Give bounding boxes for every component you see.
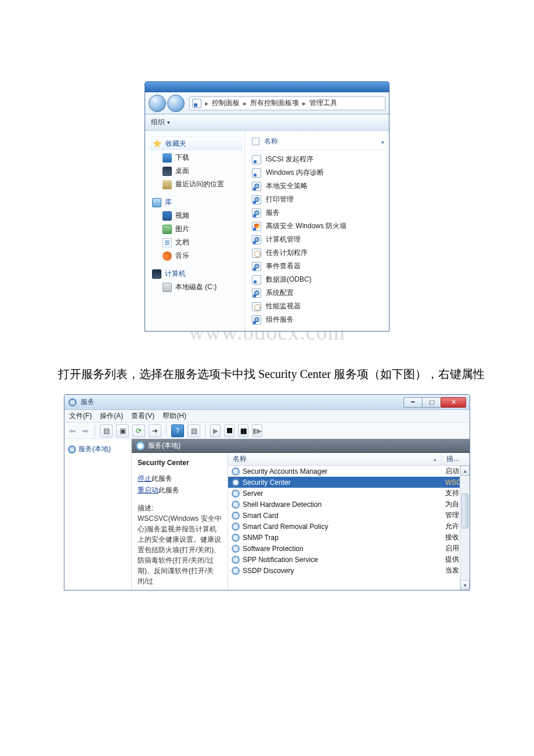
nav-item-recent[interactable]: 最近访问的位置	[150, 178, 242, 191]
window-titlebar[interactable]: 服务 ━ ▢ ✕	[64, 395, 470, 410]
table-row[interactable]: Smart Card Removal Policy允许...	[228, 521, 470, 532]
list-item[interactable]: 打印管理	[250, 193, 387, 206]
list-item[interactable]: 服务	[250, 206, 387, 219]
recent-icon	[163, 180, 172, 189]
organize-button[interactable]: 组织	[151, 117, 165, 127]
nav-forward-button[interactable]	[167, 95, 185, 112]
list-item[interactable]: 高级安全 Windows 防火墙	[250, 219, 387, 233]
table-row[interactable]: Smart Card管理...	[228, 510, 470, 521]
column-header-name[interactable]: 名称 ▴	[228, 453, 442, 465]
services-icon	[68, 398, 77, 407]
service-icon	[232, 545, 240, 553]
nav-item-downloads[interactable]: 下载	[150, 151, 242, 164]
sort-indicator-icon: ▴	[434, 456, 436, 462]
scroll-up-icon[interactable]: ▴	[460, 466, 470, 476]
column-header-description[interactable]: 描...	[442, 453, 470, 465]
table-row[interactable]: Security CenterWSC...	[228, 477, 470, 488]
start-icon[interactable]: ▶	[210, 424, 221, 437]
nav-item-videos[interactable]: 视频	[150, 209, 242, 222]
description-text: WSCSVC(Windows 安全中心)服务监视并报告计算机上的安全健康设置。健…	[138, 513, 222, 586]
column-header-name[interactable]: 名称 ▴	[250, 135, 387, 150]
nav-item-pictures[interactable]: 图片	[150, 222, 242, 236]
list-item-label: 系统配置	[266, 288, 294, 298]
properties-icon[interactable]: ▤	[187, 424, 200, 437]
breadcrumb-item[interactable]: 控制面板	[212, 98, 240, 108]
list-item[interactable]: 本地安全策略	[250, 179, 387, 193]
nav-label: 计算机	[165, 269, 186, 279]
tree-root-item[interactable]: 服务(本地)	[67, 442, 129, 456]
menu-file[interactable]: 文件(F)	[69, 411, 92, 421]
nav-libraries-header[interactable]: 库	[150, 196, 242, 209]
nav-item-label: 下载	[175, 153, 189, 163]
menu-help[interactable]: 帮助(H)	[163, 411, 186, 421]
table-row[interactable]: Server支持...	[228, 488, 470, 499]
action-suffix: 此服务	[151, 474, 172, 483]
nav-back-button[interactable]	[149, 95, 166, 112]
table-row[interactable]: Security Accounts Manager启动...	[228, 466, 470, 477]
shortcut-icon	[252, 289, 261, 298]
nav-computer-header[interactable]: 计算机	[150, 267, 242, 280]
nav-label: 收藏夹	[165, 139, 186, 149]
restart-icon[interactable]: ▮▶	[252, 424, 262, 437]
nav-label: 库	[165, 197, 172, 207]
shortcut-icon	[252, 182, 261, 191]
list-item[interactable]: Windows 内存诊断	[250, 166, 387, 179]
pause-icon[interactable]: ▮▮	[238, 424, 248, 437]
toolbar-button[interactable]: ▤	[100, 424, 113, 437]
scrollbar-vertical[interactable]: ▴ ▾	[460, 466, 470, 590]
list-item[interactable]: 任务计划程序	[250, 246, 387, 260]
tree-pane: 服务(本地)	[64, 439, 132, 590]
list-item[interactable]: 数据源(ODBC)	[250, 273, 387, 286]
list-item[interactable]: 系统配置	[250, 286, 387, 300]
breadcrumb-item[interactable]: 管理工具	[309, 98, 337, 108]
list-item[interactable]: 性能监视器	[250, 300, 387, 313]
close-button[interactable]: ✕	[441, 397, 466, 408]
refresh-icon[interactable]: ⟳	[132, 424, 145, 437]
window-titlebar	[145, 82, 389, 92]
menu-action[interactable]: 操作(A)	[100, 411, 123, 421]
nav-item-desktop[interactable]: 桌面	[150, 164, 242, 178]
table-row[interactable]: Shell Hardware Detection为自...	[228, 499, 470, 510]
nav-item-music[interactable]: 音乐	[150, 249, 242, 262]
list-item[interactable]: 事件查看器	[250, 260, 387, 273]
table-row[interactable]: SPP Notification Service提供...	[228, 554, 470, 565]
table-row[interactable]: SNMP Trap接收...	[228, 532, 470, 543]
minimize-button[interactable]: ━	[403, 397, 423, 408]
select-all-checkbox[interactable]	[252, 138, 259, 145]
shortcut-icon	[252, 208, 261, 218]
maximize-button[interactable]: ▢	[422, 397, 441, 408]
menu-view[interactable]: 查看(V)	[131, 411, 154, 421]
list-item-label: 事件查看器	[266, 261, 301, 271]
shortcut-icon	[252, 168, 261, 178]
stop-icon[interactable]	[224, 424, 234, 437]
list-item-label: 打印管理	[266, 195, 294, 204]
nav-forward-icon[interactable]: ➡	[81, 424, 90, 437]
scroll-down-icon[interactable]: ▾	[460, 580, 470, 590]
explorer-file-list: 名称 ▴ iSCSI 发起程序Windows 内存诊断本地安全策略打印管理服务高…	[245, 131, 389, 331]
separator	[95, 425, 95, 437]
separator	[166, 425, 167, 437]
list-item[interactable]: 组件服务	[250, 313, 387, 326]
menu-bar: 文件(F) 操作(A) 查看(V) 帮助(H)	[64, 410, 470, 423]
library-icon	[152, 198, 161, 207]
list-item[interactable]: 计算机管理	[250, 233, 387, 246]
list-item[interactable]: iSCSI 发起程序	[250, 153, 387, 166]
help-icon[interactable]: ?	[171, 424, 184, 437]
nav-favorites-header[interactable]: 收藏夹	[150, 136, 242, 151]
breadcrumb-item[interactable]: 所有控制面板项	[250, 98, 299, 108]
window-title: 服务	[81, 397, 95, 407]
nav-item-documents[interactable]: 文档	[150, 236, 242, 249]
table-row[interactable]: SSDP Discovery当发...	[228, 565, 470, 576]
stop-service-link[interactable]: 停止	[138, 474, 151, 483]
restart-service-link[interactable]: 重启动	[138, 486, 158, 494]
toolbar-button[interactable]: ▣	[116, 424, 129, 437]
service-name: SSDP Discovery	[243, 567, 294, 575]
export-icon[interactable]: ➜	[149, 424, 161, 437]
table-row[interactable]: Software Protection启用 ...	[228, 543, 470, 554]
address-bar[interactable]: ▸ 控制面板 ▸ 所有控制面板项 ▸ 管理工具	[189, 96, 385, 110]
scroll-thumb[interactable]	[461, 494, 468, 528]
explorer-toolbar: 组织 ▾	[145, 114, 389, 131]
nav-item-drive-c[interactable]: 本地磁盘 (C:)	[150, 280, 242, 294]
document-icon	[163, 238, 172, 247]
nav-back-icon[interactable]: ⬅	[68, 424, 77, 437]
